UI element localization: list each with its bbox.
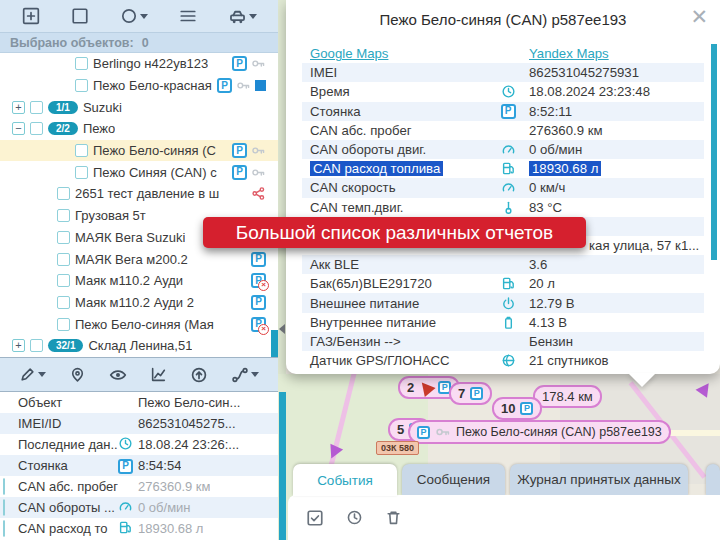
param-value: 21 спутников — [529, 353, 609, 368]
item-checkbox[interactable] — [57, 296, 70, 309]
item-checkbox[interactable] — [57, 231, 70, 244]
count-badge: 2/2 — [48, 122, 78, 135]
item-checkbox[interactable] — [57, 253, 70, 266]
tree-scrollbar[interactable] — [271, 330, 278, 357]
add-square-icon[interactable] — [22, 7, 40, 25]
popup-row[interactable]: Бак(65л)BLE29172020 л — [302, 274, 704, 293]
map-cluster-marker[interactable]: 10 P — [492, 397, 542, 420]
yandex-maps-link[interactable]: Yandex Maps — [529, 46, 609, 61]
send-command-icon[interactable] — [190, 366, 208, 384]
param-checkbox[interactable] — [3, 499, 5, 516]
vehicle-info-table: Google Maps Yandex Maps IMEI862531045275… — [302, 44, 704, 370]
popup-row[interactable]: СтоянкаP8:52:11 — [302, 102, 704, 121]
tree-item[interactable]: Пежо Бело-синяя (СP — [0, 140, 278, 162]
map-vehicle-marker[interactable]: P Пежо Бело-синяя (CAN) p587ee193 — [408, 420, 671, 444]
popup-row[interactable]: IMEI862531045275931 — [302, 63, 704, 82]
key-icon — [251, 165, 266, 180]
collapse-minus-icon[interactable]: − — [12, 122, 25, 135]
param-value: 12.79 В — [529, 296, 574, 311]
item-checkbox[interactable] — [75, 166, 88, 179]
popup-row[interactable]: Внешнее питание12.79 В — [302, 293, 704, 312]
popup-row[interactable]: CAN абс. пробег276360.9 км — [302, 121, 704, 140]
list-view-icon[interactable] — [179, 7, 197, 25]
item-checkbox[interactable] — [30, 122, 43, 135]
popup-row[interactable]: ГАЗ/Бензин -->Бензин — [302, 332, 704, 351]
tree-item[interactable]: +32/1Склад Ленина,51 — [0, 335, 278, 357]
info-row[interactable]: Последние дан...18.08.24 23:26:... — [0, 434, 278, 455]
param-value: 276360.9 км — [138, 479, 210, 494]
item-checkbox[interactable] — [57, 318, 70, 331]
circle-select-icon — [120, 7, 138, 25]
object-label: Маяк м110.2 Ауди 2 — [75, 295, 194, 310]
item-badges: P — [232, 143, 266, 158]
item-checkbox[interactable] — [75, 57, 88, 70]
tree-item[interactable]: Пежо Синяя (CAN) сP — [0, 161, 278, 183]
trash-icon[interactable] — [385, 509, 402, 526]
tab-data-log[interactable]: Журнал принятых данных — [510, 464, 688, 495]
item-checkbox[interactable] — [30, 339, 43, 352]
parking-icon: P — [417, 426, 430, 439]
square-select-icon[interactable] — [71, 7, 89, 25]
circle-select-button[interactable] — [120, 7, 148, 25]
info-row[interactable]: CAN абс. пробег276360.9 км — [0, 476, 278, 497]
collapse-panel-icon[interactable] — [279, 324, 285, 334]
tree-item[interactable]: Berlingo н422ув123P — [0, 53, 278, 75]
param-value: 83 °C — [529, 200, 562, 215]
item-checkbox[interactable] — [75, 144, 88, 157]
clock-icon[interactable] — [346, 509, 363, 526]
tree-item[interactable]: Маяк м110.2 АудиP — [0, 270, 278, 292]
tree-item[interactable]: Пежо Бело-краснаяP — [0, 75, 278, 97]
info-row[interactable]: СтоянкаP8:54:54 — [0, 455, 278, 476]
info-row[interactable]: IMEI/ID862531045275... — [0, 413, 278, 434]
param-checkbox[interactable] — [3, 520, 5, 537]
sidebar: Выбрано объектов: 0 Berlingo н422ув123PП… — [0, 0, 278, 540]
popup-row[interactable]: CAN расход топлива18930.68 л — [302, 159, 704, 178]
map-cluster-marker[interactable]: 7 P — [449, 382, 492, 405]
object-actions-toolbar — [0, 357, 278, 392]
map-links-row: Google Maps Yandex Maps — [302, 44, 704, 63]
chart-icon[interactable] — [150, 366, 167, 383]
tree-item[interactable]: Пежо Бело-синяя (МаяP — [0, 313, 278, 335]
checkbox-checked-icon[interactable] — [306, 509, 324, 527]
popup-row[interactable]: Датчик GPS/ГЛОНАСС21 спутников — [302, 351, 704, 370]
info-row[interactable]: CAN обороты ...0 об/мин — [0, 497, 278, 518]
location-pin-icon[interactable] — [69, 366, 86, 383]
info-row[interactable]: ОбъектПежо Бело-син... — [0, 392, 278, 413]
item-checkbox[interactable] — [57, 209, 70, 222]
item-checkbox[interactable] — [30, 101, 43, 114]
tab-events[interactable]: События — [293, 464, 397, 496]
close-icon[interactable]: ✕ — [690, 6, 708, 27]
item-checkbox[interactable] — [57, 274, 70, 287]
tree-item[interactable]: Маяк м110.2 Ауди 2P — [0, 292, 278, 314]
expand-plus-icon[interactable]: + — [12, 339, 25, 352]
info-row[interactable]: CAN расход то18930.68 л — [0, 518, 278, 539]
popup-row[interactable]: CAN обороты двиг.0 об/мин — [302, 140, 704, 159]
route-button[interactable] — [231, 366, 259, 384]
map-distance-label[interactable]: 178.4 км — [533, 385, 602, 408]
edit-button[interactable] — [19, 366, 46, 383]
road-number: 03К 580 — [381, 443, 414, 453]
popup-row[interactable]: CAN скорость0 км/ч — [302, 178, 704, 197]
eye-icon[interactable] — [109, 366, 127, 384]
tree-item[interactable]: 2651 тест давление в ш — [0, 183, 278, 205]
vehicle-filter-button[interactable] — [228, 7, 257, 26]
param-label: ГАЗ/Бензин --> — [310, 334, 401, 349]
info-panel-scrollbar[interactable] — [279, 392, 286, 540]
popup-row[interactable]: Акк BLE3.6 — [302, 255, 704, 274]
tree-item[interactable]: МАЯК Вега м200.2P — [0, 248, 278, 270]
popup-row[interactable]: Внутреннее питание4.13 В — [302, 313, 704, 332]
popup-row[interactable]: CAN темп.двиг.83 °C — [302, 198, 704, 217]
google-maps-link[interactable]: Google Maps — [310, 46, 388, 61]
tab-partial[interactable] — [706, 464, 720, 495]
tree-item[interactable]: −2/2Пежо — [0, 118, 278, 140]
item-checkbox[interactable] — [75, 79, 88, 92]
tab-messages[interactable]: Сообщения — [402, 464, 505, 495]
param-checkbox[interactable] — [3, 478, 5, 495]
popup-row[interactable]: Время18.08.2024 23:23:48 — [302, 82, 704, 101]
popup-scrollbar[interactable] — [711, 44, 717, 260]
object-label: 2651 тест давление в ш — [75, 186, 219, 201]
tree-item[interactable]: +1/1Suzuki — [0, 96, 278, 118]
expand-plus-icon[interactable]: + — [12, 101, 25, 114]
item-checkbox[interactable] — [57, 187, 70, 200]
popup-title: Пежо Бело-синяя (CAN) p587ee193 — [286, 0, 720, 28]
